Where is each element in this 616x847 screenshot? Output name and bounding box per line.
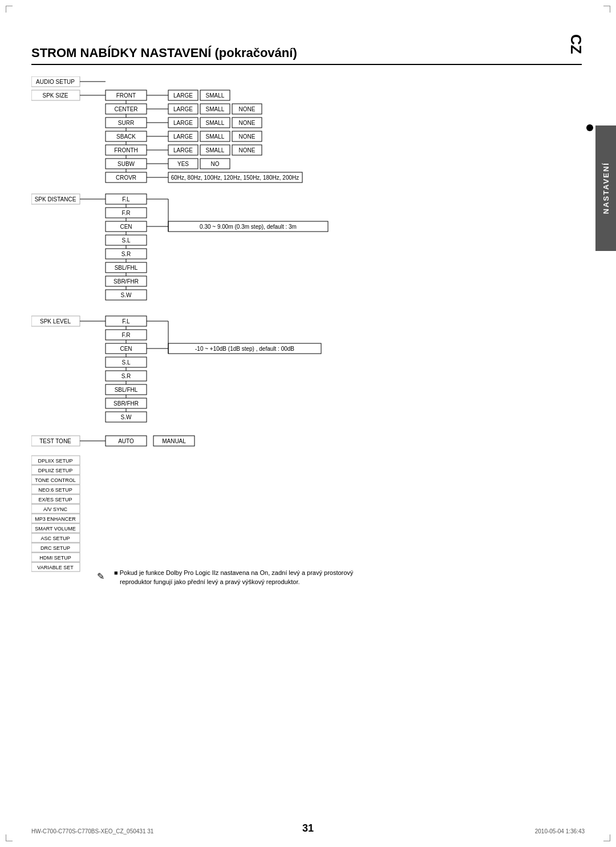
svg-text:DRC SETUP: DRC SETUP — [40, 545, 70, 551]
svg-text:LARGE: LARGE — [173, 106, 193, 112]
footer-right: 2010-05-04 1:36:43 — [535, 828, 585, 834]
svg-text:SPK DISTANCE: SPK DISTANCE — [35, 196, 76, 202]
svg-text:DPLIIX SETUP: DPLIIX SETUP — [38, 458, 72, 464]
svg-text:F.R: F.R — [122, 332, 131, 338]
svg-text:SPK SIZE: SPK SIZE — [42, 92, 68, 99]
svg-text:CROVR: CROVR — [116, 175, 136, 181]
svg-text:S.R: S.R — [121, 251, 131, 257]
svg-text:FRONTH: FRONTH — [114, 147, 138, 153]
svg-text:MP3 ENHANCER: MP3 ENHANCER — [35, 516, 76, 522]
svg-text:F.L: F.L — [122, 318, 130, 325]
svg-text:AUTO: AUTO — [118, 438, 134, 444]
svg-text:NO: NO — [211, 161, 220, 167]
svg-text:SURR: SURR — [118, 120, 134, 126]
svg-text:YES: YES — [177, 161, 189, 167]
footer-left: HW-C700-C770S-C770BS-XEO_CZ_050431 31 — [31, 828, 153, 834]
svg-text:SMALL: SMALL — [206, 147, 225, 153]
svg-text:A/V SYNC: A/V SYNC — [43, 506, 68, 512]
svg-text:NONE: NONE — [239, 147, 256, 153]
svg-text:LARGE: LARGE — [173, 92, 193, 99]
svg-text:0.30 ~ 9.00m (0.3m step), defa: 0.30 ~ 9.00m (0.3m step), default : 3m — [200, 224, 297, 230]
svg-text:SMALL: SMALL — [206, 106, 225, 112]
svg-text:CENTER: CENTER — [114, 106, 137, 112]
tab-label: NASTAVENÍ — [602, 162, 610, 214]
svg-text:S.W: S.W — [121, 292, 132, 298]
svg-text:■  Pokud je funkce Dolby Pro L: ■ Pokud je funkce Dolby Pro Logic IIz na… — [114, 569, 354, 576]
svg-text:SBR/FHR: SBR/FHR — [114, 400, 139, 407]
svg-text:SPK LEVEL: SPK LEVEL — [40, 318, 71, 325]
svg-text:HDMI SETUP: HDMI SETUP — [39, 555, 71, 561]
svg-text:LARGE: LARGE — [173, 147, 193, 153]
svg-text:S.L: S.L — [121, 359, 130, 366]
svg-text:F.L: F.L — [122, 196, 130, 202]
svg-text:EX/ES SETUP: EX/ES SETUP — [38, 497, 72, 502]
svg-text:SBR/FHR: SBR/FHR — [114, 278, 139, 285]
svg-text:NONE: NONE — [239, 133, 256, 140]
svg-text:S.W: S.W — [121, 414, 132, 420]
svg-text:FRONT: FRONT — [116, 92, 136, 99]
svg-text:CEN: CEN — [120, 224, 132, 230]
svg-text:✎: ✎ — [97, 572, 104, 581]
tree-diagram: AUDIO SETUP SPK SIZE FRONT LARGE SMALL C… — [31, 76, 582, 590]
page-title: STROM NABÍDKY NASTAVENÍ (pokračování) — [31, 46, 582, 65]
bullet-dot — [586, 124, 593, 131]
svg-text:SBL/FHL: SBL/FHL — [115, 387, 138, 393]
svg-text:F.R: F.R — [122, 210, 131, 216]
svg-text:LARGE: LARGE — [173, 120, 193, 126]
svg-text:60Hz, 80Hz, 100Hz, 120Hz, 150H: 60Hz, 80Hz, 100Hz, 120Hz, 150Hz, 180Hz, … — [171, 175, 299, 181]
right-tab: NASTAVENÍ — [595, 125, 616, 251]
svg-text:VARIABLE SET: VARIABLE SET — [37, 565, 74, 570]
svg-text:SBACK: SBACK — [116, 133, 136, 140]
svg-text:S.R: S.R — [121, 373, 131, 379]
svg-text:MANUAL: MANUAL — [162, 438, 186, 444]
svg-text:TEST TONE: TEST TONE — [39, 438, 71, 444]
svg-text:SBL/FHL: SBL/FHL — [115, 265, 138, 271]
page-number: 31 — [302, 822, 314, 834]
svg-text:SMART VOLUME: SMART VOLUME — [35, 526, 76, 532]
svg-text:SMALL: SMALL — [206, 120, 225, 126]
svg-text:NONE: NONE — [239, 120, 256, 126]
svg-text:SUBW: SUBW — [117, 161, 135, 167]
svg-text:-10 ~ +10dB (1dB step) , defau: -10 ~ +10dB (1dB step) , default : 00dB — [195, 346, 294, 352]
svg-text:AUDIO SETUP: AUDIO SETUP — [36, 79, 75, 85]
svg-text:ASC SETUP: ASC SETUP — [40, 536, 70, 541]
svg-text:LARGE: LARGE — [173, 133, 193, 140]
svg-text:reproduktor fungují jako předn: reproduktor fungují jako přední levý a p… — [120, 578, 300, 585]
svg-text:SMALL: SMALL — [206, 133, 225, 140]
svg-text:CEN: CEN — [120, 346, 132, 352]
svg-text:NONE: NONE — [239, 106, 256, 112]
svg-text:TONE CONTROL: TONE CONTROL — [35, 477, 75, 483]
svg-text:SMALL: SMALL — [206, 92, 225, 99]
svg-text:NEO:6 SETUP: NEO:6 SETUP — [38, 487, 72, 493]
svg-text:DPLIIZ SETUP: DPLIIZ SETUP — [38, 468, 73, 473]
svg-text:S.L: S.L — [121, 237, 130, 244]
